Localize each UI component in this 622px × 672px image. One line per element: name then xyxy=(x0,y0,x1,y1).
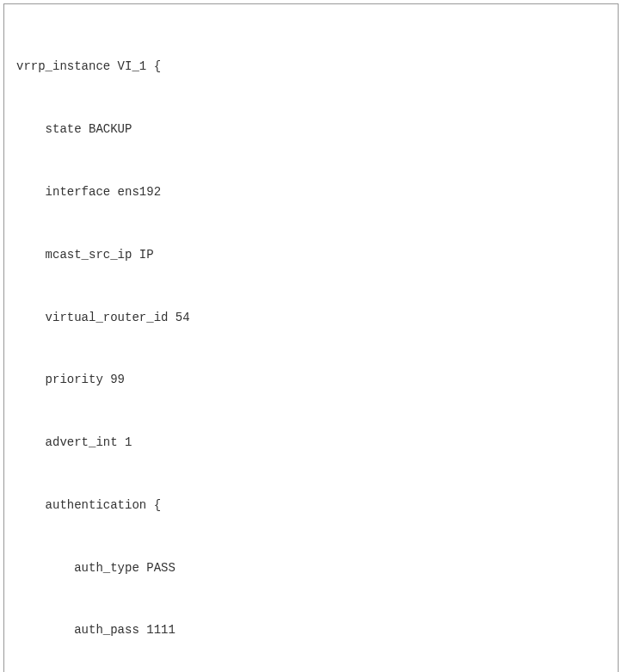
code-line: advert_int 1 xyxy=(16,427,606,458)
code-line: interface ens192 xyxy=(16,176,606,207)
code-line: authentication { xyxy=(16,490,606,521)
code-line: mcast_src_ip IP xyxy=(16,239,606,270)
code-line: priority 99 xyxy=(16,364,606,395)
code-line: auth_type PASS xyxy=(16,552,606,583)
code-line: virtual_router_id 54 xyxy=(16,302,606,333)
code-block: vrrp_instance VI_1 { state BACKUP interf… xyxy=(3,3,619,672)
code-line: state BACKUP xyxy=(16,114,606,145)
code-line: auth_pass 1111 xyxy=(16,614,606,645)
code-line: vrrp_instance VI_1 { xyxy=(16,51,606,82)
